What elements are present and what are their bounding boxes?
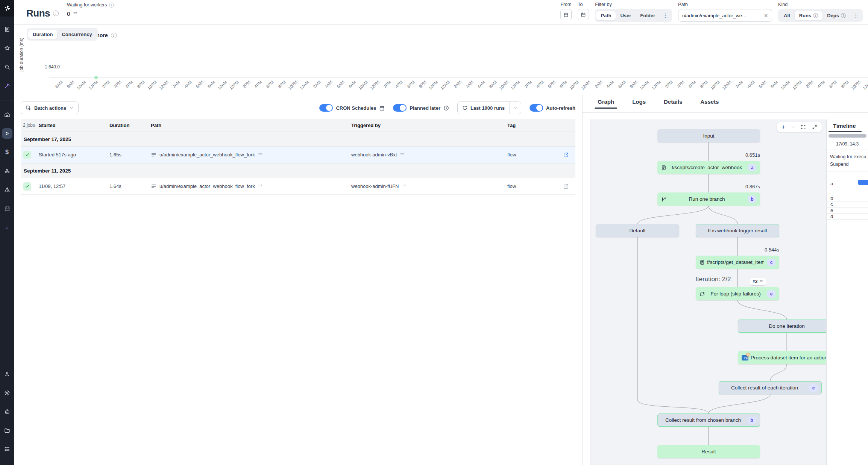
flow-graph-canvas[interactable]: + − [590, 120, 827, 465]
flow-node-collect-each[interactable]: Collect result of each iteration e [719, 381, 822, 394]
cron-schedules-switch[interactable] [319, 104, 333, 112]
flow-node-for-loop[interactable]: For loop (skip failures) e [696, 287, 779, 300]
tab-duration[interactable]: Duration [28, 30, 57, 39]
windmill-logo-icon[interactable] [0, 0, 14, 17]
favorites-star-icon[interactable] [2, 43, 12, 53]
cron-schedules-label: CRON Schedules [336, 105, 376, 111]
x-tick-label: 12AM [298, 80, 310, 92]
to-date-button[interactable] [578, 9, 589, 20]
tab-concurrency[interactable]: Concurrency [57, 30, 96, 39]
batch-actions-button[interactable]: Batch actions [21, 101, 79, 114]
flow-node-do-one-iteration[interactable]: Do one iteration [738, 320, 827, 333]
open-run-icon[interactable] [563, 183, 575, 189]
runs-nav-icon[interactable] [2, 128, 12, 139]
ai-wand-icon[interactable] [2, 80, 12, 91]
kind-deps-tab[interactable]: Depsi [822, 11, 850, 20]
filter-add-icon[interactable] [73, 11, 78, 16]
user-icon[interactable] [2, 369, 12, 379]
col-triggered-by[interactable]: Triggered by [351, 123, 507, 128]
filter-folder-tab[interactable]: Folder [636, 11, 660, 20]
col-tag[interactable]: Tag [507, 123, 563, 128]
timeline-bar[interactable] [858, 180, 868, 185]
waiting-info-icon[interactable]: i [109, 3, 114, 8]
flow-node-process-item[interactable]: TS Process dataset item for an action [738, 351, 827, 364]
help-circle-icon[interactable] [2, 463, 12, 465]
add-new-icon[interactable]: + [2, 222, 12, 233]
planned-later-switch[interactable] [393, 104, 407, 112]
timeline-row[interactable]: d [827, 214, 868, 220]
kind-runs-tab[interactable]: Runsi [795, 11, 823, 20]
filter-add-icon[interactable] [258, 152, 263, 157]
kind-runs-label: Runs [799, 13, 812, 18]
cron-schedules-toggle[interactable]: CRON Schedules [319, 104, 385, 112]
filter-add-icon[interactable] [400, 152, 405, 157]
folders-icon[interactable] [2, 425, 12, 436]
date-group-header: September 17, 2025 [21, 132, 575, 147]
filter-add-icon[interactable] [258, 184, 263, 189]
flow-node-default-branch[interactable]: Default [596, 224, 679, 237]
expand-icon[interactable] [812, 124, 817, 130]
to-field: To [578, 2, 589, 20]
search-icon[interactable] [2, 62, 12, 72]
open-run-icon[interactable] [563, 152, 575, 158]
run-path-link[interactable]: u/admin/example_actor_webhook_flow_fork [159, 183, 255, 189]
filter-kebab-icon[interactable]: ⋮ [660, 12, 671, 18]
run-row[interactable]: Started 517s ago 1.65s u/admin/example_a… [21, 147, 575, 163]
calendar-icon [379, 105, 385, 111]
timeline-row[interactable]: b [827, 195, 868, 201]
iteration-selector[interactable]: #2 [750, 278, 766, 285]
job-duration-point[interactable] [94, 76, 98, 79]
run-row[interactable]: 11/09, 12:57 1.64s u/admin/example_actor… [21, 178, 575, 195]
clear-path-icon[interactable]: ✕ [764, 13, 768, 18]
home-icon[interactable] [2, 109, 12, 120]
timeline-row[interactable]: e [827, 208, 868, 214]
flow-node-create-webhook[interactable]: f/scripts/create_actor_webhook a [657, 161, 760, 174]
from-date-button[interactable] [560, 9, 572, 20]
settings-gear-icon[interactable] [2, 388, 12, 398]
run-path-link[interactable]: u/admin/example_actor_webhook_flow_fork [159, 152, 255, 158]
col-path[interactable]: Path [151, 123, 351, 128]
flow-node-if-branch[interactable]: If is webhook trigger result [696, 224, 779, 237]
fit-view-icon[interactable] [801, 124, 806, 130]
dollar-icon[interactable]: $ [2, 147, 12, 158]
timeline-row[interactable]: c [827, 201, 868, 208]
tab-logs[interactable]: Logs [631, 97, 646, 109]
tab-graph[interactable]: Graph [597, 97, 615, 109]
timeline-title[interactable]: Timeline [827, 120, 862, 132]
audit-pyramid-icon[interactable] [2, 185, 12, 195]
flow-node-result[interactable]: Result [657, 445, 760, 458]
runs-info-icon[interactable]: i [53, 11, 59, 16]
timeline-row[interactable]: a [827, 171, 868, 195]
workers-robot-icon[interactable] [2, 406, 12, 417]
zoom-out-icon[interactable]: − [791, 124, 795, 130]
tab-details[interactable]: Details [663, 97, 683, 109]
flow-node-get-dataset-items[interactable]: f/scripts/get_dataset_items c [696, 256, 779, 269]
path-input[interactable] [682, 13, 761, 18]
run-tag: flow [507, 152, 563, 158]
filter-add-icon[interactable] [402, 184, 407, 189]
flow-node-input[interactable]: Input [657, 129, 760, 142]
schedules-calendar-icon[interactable] [2, 203, 12, 214]
flow-list-icon [151, 183, 156, 189]
load-more-info-icon[interactable]: i [111, 33, 117, 38]
kind-all-tab[interactable]: All [779, 11, 795, 20]
flow-node-collect-branch[interactable]: Collect result from chosen branch b [657, 414, 760, 427]
x-tick-label: 6PM [685, 80, 697, 92]
last-runs-select[interactable]: Last 1000 runs [457, 101, 521, 114]
col-duration[interactable]: Duration [109, 123, 151, 128]
filter-user-tab[interactable]: User [616, 11, 636, 20]
flow-node-run-one-branch[interactable]: Run one branch b [657, 192, 760, 206]
col-started[interactable]: Started [39, 123, 109, 128]
zoom-in-icon[interactable]: + [782, 124, 785, 130]
filter-path-tab[interactable]: Path [596, 11, 616, 20]
planned-later-toggle[interactable]: Planned later [393, 104, 449, 112]
groups-icon[interactable] [2, 166, 12, 176]
auto-refresh-switch[interactable] [530, 104, 543, 112]
scripts-icon[interactable] [2, 24, 12, 35]
select-chevron-icon[interactable] [509, 102, 521, 114]
tab-assets[interactable]: Assets [700, 97, 719, 109]
auto-refresh-toggle[interactable]: Auto-refresh [530, 104, 575, 112]
kind-kebab-icon[interactable]: ⋮ [850, 12, 862, 18]
resources-list-icon[interactable] [2, 444, 12, 454]
timeline-scrollbar[interactable] [829, 134, 866, 138]
